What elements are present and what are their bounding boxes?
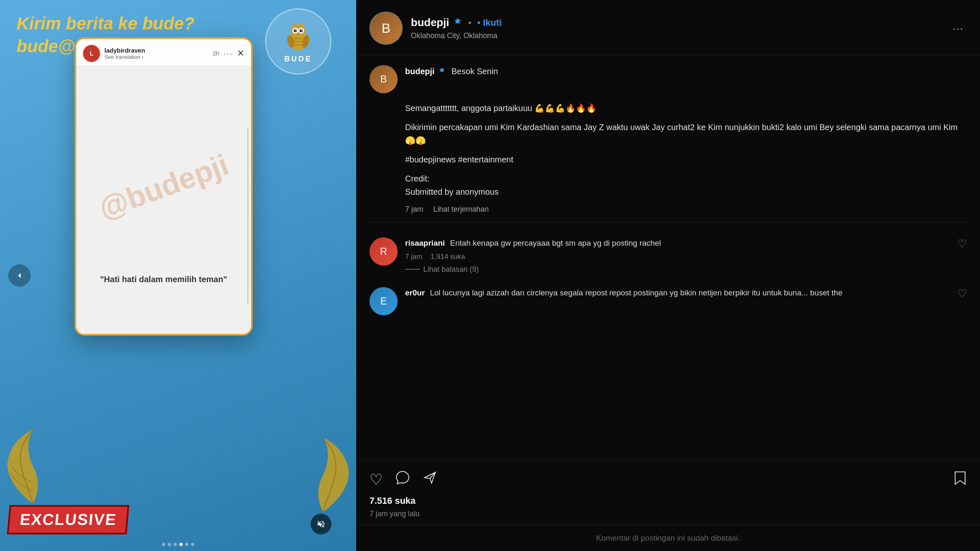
replies-text: Lihat balasan (9) (423, 265, 479, 274)
dot-3 (174, 543, 177, 546)
comment-1-footer: 7 jam 1,914 suka (405, 253, 950, 261)
comment-1-content: risaapriani Entah kenapa gw percayaaa bg… (405, 237, 950, 274)
post-author-avatar-image: B (369, 65, 398, 93)
comment-button[interactable] (395, 470, 410, 489)
exclusive-badge: EXCLUSIVE (7, 505, 130, 534)
left-panel: Kirim berita ke bude? bude@pjimediagroup… (0, 0, 356, 551)
separator: • (468, 17, 471, 28)
comment-2-message: Lol lucunya lagi azizah dan circlenya se… (430, 288, 842, 297)
save-button[interactable] (953, 471, 967, 489)
comment-input-row: Komentar di postingan ini sudah dibatasi… (356, 525, 980, 551)
comment-2-avatar-image: E (369, 287, 398, 315)
story-username: ladybirdraven (104, 47, 209, 54)
leaf-bottom-right (290, 433, 356, 518)
post-content: B budepji Besok Senin Semangattttttt, an… (356, 55, 980, 460)
post-author-avatar: B (369, 65, 398, 93)
comment-2-like-button[interactable]: ♡ (957, 287, 967, 300)
share-button[interactable] (422, 470, 437, 489)
like-button[interactable]: ♡ (369, 471, 383, 488)
story-avatar: L (83, 45, 100, 62)
post-author-row: B budepji Besok Senin (356, 55, 980, 93)
svg-point-6 (294, 29, 297, 32)
comment-1-avatar-image: R (369, 237, 398, 266)
verified-icon (453, 17, 462, 29)
dot-5 (185, 543, 188, 546)
comment-1-message: Entah kenapa gw percayaaa bgt sm apa yg … (450, 239, 661, 247)
likes-count: 7.516 suka (369, 495, 967, 506)
comment-2-avatar: E (369, 287, 398, 315)
svg-point-7 (299, 29, 303, 32)
comment-1-like-button[interactable]: ♡ (957, 237, 967, 250)
dot-4-active (179, 543, 183, 546)
comment-row-2: E er0ur Lol lucunya lagi azizah dan circ… (369, 280, 967, 322)
comment-1-avatar: R (369, 237, 398, 266)
caption-submitted: Submitted by anonymous (405, 185, 967, 198)
story-user-info: ladybirdraven See translation › (104, 47, 209, 60)
more-options-button[interactable]: ··· (949, 17, 967, 39)
comments-section: R risaapriani Entah kenapa gw percayaaa … (356, 231, 980, 322)
dot-2 (168, 543, 171, 546)
leaf-bottom-left (0, 425, 66, 510)
logo-circle: BUDE (265, 8, 331, 75)
comment-2-content: er0ur Lol lucunya lagi azizah dan circle… (405, 287, 950, 299)
comment-input: Komentar di postingan ini sudah dibatasi… (369, 534, 967, 543)
caption-hashtags: #budepjinews #entertainment (405, 153, 967, 166)
caption-line2: Dikirimin percakapan umi Kim Kardashian … (405, 121, 967, 147)
nav-prev-button[interactable] (8, 264, 31, 287)
post-timestamp: 7 jam yang lalu (369, 510, 967, 518)
profile-name-row: budepji • • Ikuti (411, 16, 941, 29)
profile-location: Oklahoma City, Oklahoma (411, 31, 941, 40)
svg-point-9 (301, 29, 302, 31)
comment-1-likes: 1,914 suka (431, 253, 465, 261)
caption-credit: Credit: (405, 172, 967, 185)
story-close[interactable]: ✕ (237, 48, 244, 59)
svg-text:L: L (90, 50, 94, 57)
right-panel: B budepji • • Ikuti Oklahoma City, Oklah… (356, 0, 980, 551)
divider-1 (369, 222, 967, 222)
post-stats: 7.516 suka 7 jam yang lalu (356, 495, 980, 525)
watermark: @budepji (94, 147, 233, 226)
svg-marker-2 (292, 22, 295, 26)
profile-info: budepji • • Ikuti Oklahoma City, Oklahom… (411, 16, 941, 40)
svg-point-8 (295, 29, 297, 31)
phone-mockup: L ladybirdraven See translation › 2h ···… (75, 37, 253, 336)
post-time: 7 jam (405, 205, 423, 214)
svg-marker-3 (302, 22, 305, 26)
post-caption: Semangattttttt, anggota partaikuuu 💪💪💪🔥🔥… (356, 93, 980, 198)
header-line1: Kirim berita ke bude? (17, 12, 236, 35)
profile-avatar: B (369, 12, 403, 45)
view-replies-button[interactable]: Lihat balasan (9) (405, 265, 950, 274)
caption-line1: Semangattttttt, anggota partaikuuu 💪💪💪🔥🔥… (405, 102, 967, 115)
dots-indicator (162, 543, 194, 546)
post-author-name: budepji (405, 67, 434, 76)
dot-6 (191, 543, 194, 546)
replies-line (405, 269, 420, 270)
post-author-body: budepji Besok Senin (405, 65, 967, 77)
logo-text: BUDE (284, 55, 312, 63)
profile-name: budepji (411, 16, 449, 29)
owl-icon (282, 20, 315, 53)
story-subtitle: See translation › (104, 54, 209, 60)
phone-scroll-bar (247, 128, 249, 304)
story-dots[interactable]: ··· (223, 49, 233, 58)
post-meta: 7 jam Lihat terjemahan (356, 198, 980, 214)
comment-1-username: risaapriani (405, 239, 445, 247)
profile-avatar-image: B (370, 12, 402, 44)
post-author-verified (438, 68, 447, 75)
post-actions-bar: ♡ (356, 460, 980, 495)
translate-link[interactable]: Lihat terjemahan (433, 205, 489, 214)
comment-row: R risaapriani Entah kenapa gw percayaaa … (369, 231, 967, 280)
story-time: 2h (213, 50, 220, 57)
profile-header: B budepji • • Ikuti Oklahoma City, Oklah… (356, 0, 980, 55)
comment-1-time: 7 jam (405, 253, 422, 261)
follow-button[interactable]: • Ikuti (477, 17, 502, 28)
comment-2-username: er0ur (405, 288, 425, 297)
dot-1 (162, 543, 165, 546)
story-header: L ladybirdraven See translation › 2h ···… (76, 39, 251, 65)
post-day-label: Besok Senin (451, 67, 498, 76)
story-quote: "Hati hati dalam memilih teman" (100, 275, 227, 284)
mute-button[interactable] (311, 514, 331, 534)
